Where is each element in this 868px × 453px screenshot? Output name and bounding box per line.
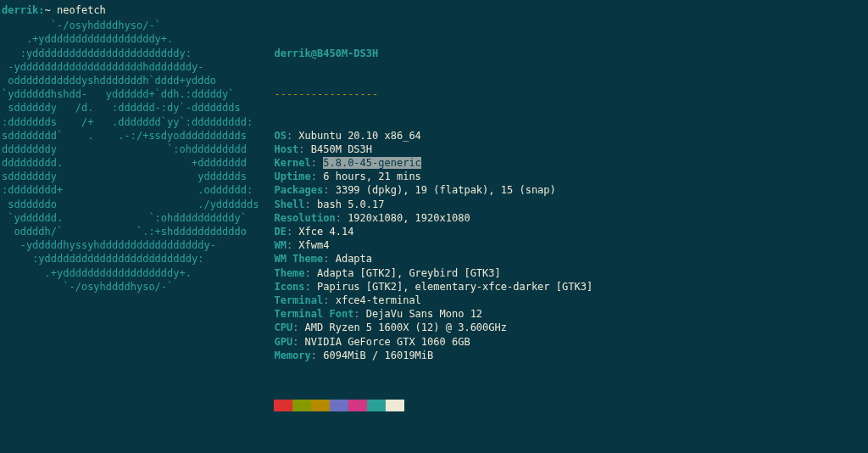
sysinfo-row: Theme: Adapta [GTK2], Greybird [GTK3] xyxy=(274,266,593,280)
sysinfo-dashes: ----------------- xyxy=(274,88,378,100)
sysinfo-value-host: B450M DS3H xyxy=(311,143,372,155)
color-block xyxy=(330,400,348,411)
sysinfo-row: Resolution: 1920x1080, 1920x1080 xyxy=(274,211,593,225)
color-block xyxy=(292,400,311,411)
sysinfo-value-gpu: NVIDIA GeForce GTX 1060 6GB xyxy=(305,336,470,348)
sysinfo-value-terminal-font: DejaVu Sans Mono 12 xyxy=(366,308,482,320)
sysinfo-label-uptime: Uptime xyxy=(274,171,310,182)
sysinfo-label-wm: WM xyxy=(274,239,286,251)
sysinfo-label-shell: Shell xyxy=(274,199,304,210)
ascii-art-logo: `-/osyhddddhyso/-` .+ydddddddddddddddddd… xyxy=(2,19,267,439)
sysinfo-label-cpu: CPU xyxy=(274,322,292,333)
color-block xyxy=(348,400,367,411)
sysinfo-value-packages: 3399 (dpkg), 19 (flatpak), 15 (snap) xyxy=(336,184,556,196)
sysinfo-value-terminal: xfce4-terminal xyxy=(336,294,421,306)
sysinfo-value-wm-theme: Adapta xyxy=(336,253,372,265)
sysinfo-value-icons: Papirus [GTK2], elementary-xfce-darker [… xyxy=(317,281,593,293)
sysinfo-value-resolution: 1920x1080, 1920x1080 xyxy=(348,212,470,224)
sysinfo-label-icons: Icons xyxy=(274,281,304,293)
color-block xyxy=(386,400,404,411)
sysinfo-row: Terminal Font: DejaVu Sans Mono 12 xyxy=(274,307,593,321)
sysinfo-label-kernel: Kernel xyxy=(274,157,310,169)
sysinfo-label-resolution: Resolution xyxy=(274,212,335,224)
sysinfo-value-theme: Adapta [GTK2], Greybird [GTK3] xyxy=(317,267,501,279)
prompt-command: neofetch xyxy=(57,4,106,16)
sysinfo-label-terminal-font: Terminal Font xyxy=(274,308,353,320)
sysinfo-value-uptime: 6 hours, 21 mins xyxy=(323,171,421,182)
sysinfo-row: GPU: NVIDIA GeForce GTX 1060 6GB xyxy=(274,335,593,349)
sysinfo-row: WM Theme: Adapta xyxy=(274,252,593,266)
sysinfo-row: Icons: Papirus [GTK2], elementary-xfce-d… xyxy=(274,280,593,294)
sysinfo-label-host: Host xyxy=(274,143,298,155)
sysinfo-label-packages: Packages xyxy=(274,184,323,196)
sysinfo-row: Packages: 3399 (dpkg), 19 (flatpak), 15 … xyxy=(274,183,593,197)
color-block xyxy=(311,400,330,411)
sysinfo-title: derrik@B450M-DS3H xyxy=(274,48,378,59)
system-info: derrik@B450M-DS3H ----------------- OS: … xyxy=(267,19,593,439)
prompt-line-neofetch: derrik:~ neofetch xyxy=(2,3,866,17)
sysinfo-value-cpu: AMD Ryzen 5 1600X (12) @ 3.600GHz xyxy=(305,322,507,333)
color-block xyxy=(274,400,292,411)
sysinfo-row: WM: Xfwm4 xyxy=(274,238,593,252)
sysinfo-row: Shell: bash 5.0.17 xyxy=(274,198,593,211)
sysinfo-label-os: OS xyxy=(274,130,286,142)
sysinfo-value-de: Xfce 4.14 xyxy=(298,226,353,238)
sysinfo-value-memory: 6094MiB / 16019MiB xyxy=(323,350,433,361)
sysinfo-label-memory: Memory xyxy=(274,350,310,361)
sysinfo-label-de: DE xyxy=(274,226,286,238)
sysinfo-row: CPU: AMD Ryzen 5 1600X (12) @ 3.600GHz xyxy=(274,321,593,334)
sysinfo-label-wm-theme: WM Theme xyxy=(274,253,323,265)
color-blocks xyxy=(274,400,593,411)
sysinfo-label-gpu: GPU xyxy=(274,336,292,348)
sysinfo-row: Memory: 6094MiB / 16019MiB xyxy=(274,349,593,362)
sysinfo-row: Uptime: 6 hours, 21 mins xyxy=(274,170,593,183)
color-block xyxy=(367,400,386,411)
prompt-user: derrik: xyxy=(2,4,45,16)
sysinfo-value-kernel: 5.8.0-45-generic xyxy=(323,157,421,169)
sysinfo-row: OS: Xubuntu 20.10 x86_64 xyxy=(274,129,593,143)
sysinfo-label-terminal: Terminal xyxy=(274,294,323,306)
sysinfo-rows-container: OS: Xubuntu 20.10 x86_64Host: B450M DS3H… xyxy=(274,129,593,362)
sysinfo-value-os: Xubuntu 20.10 x86_64 xyxy=(298,130,421,142)
sysinfo-value-wm: Xfwm4 xyxy=(298,239,329,251)
prompt-tilde: ~ xyxy=(45,4,51,16)
sysinfo-value-shell: bash 5.0.17 xyxy=(317,199,384,210)
sysinfo-row: DE: Xfce 4.14 xyxy=(274,225,593,238)
sysinfo-row: Kernel: 5.8.0-45-generic xyxy=(274,156,593,170)
sysinfo-row: Host: B450M DS3H xyxy=(274,143,593,156)
neofetch-output: `-/osyhddddhyso/-` .+ydddddddddddddddddd… xyxy=(2,19,866,439)
sysinfo-row: Terminal: xfce4-terminal xyxy=(274,294,593,307)
sysinfo-label-theme: Theme xyxy=(274,267,304,279)
